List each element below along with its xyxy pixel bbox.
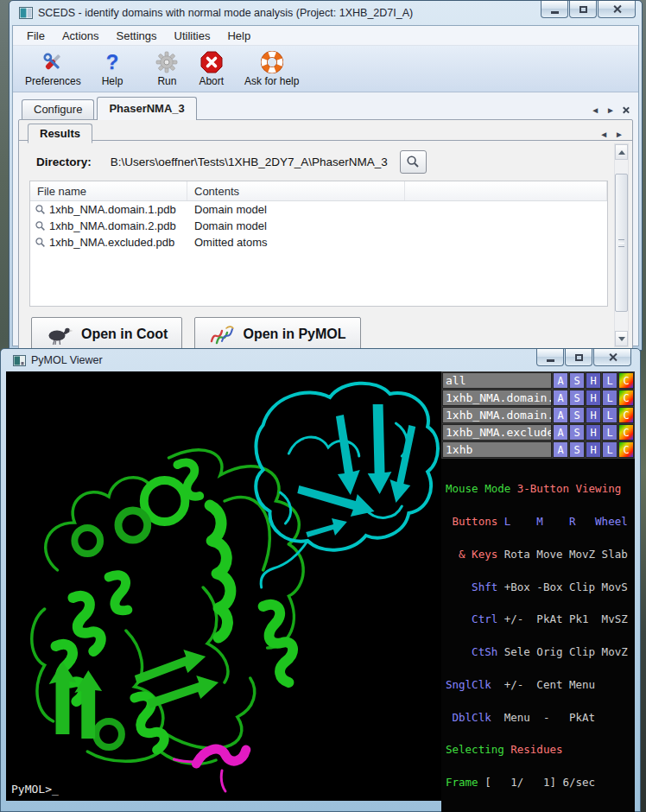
close-button[interactable] <box>593 349 631 366</box>
show-menu-button[interactable]: S <box>569 372 585 389</box>
tab-configure[interactable]: Configure <box>22 99 94 119</box>
color-menu-button[interactable]: C <box>618 441 634 458</box>
button-label: Open in PyMOL <box>243 327 345 342</box>
pymol-ribbon-icon <box>209 323 235 346</box>
hide-menu-button[interactable]: H <box>586 424 601 441</box>
object-name-button[interactable]: 1xhb_NMA.domain. <box>442 390 552 406</box>
maximize-icon <box>580 6 587 13</box>
preferences-button[interactable]: Preferences <box>20 48 86 90</box>
run-button[interactable]: Run <box>150 48 183 90</box>
object-name-button[interactable]: all <box>442 372 552 389</box>
gear-icon <box>155 50 178 74</box>
column-header-contents[interactable]: Contents <box>187 181 405 200</box>
scroll-up-button[interactable] <box>615 144 628 160</box>
menu-actions[interactable]: Actions <box>54 29 108 42</box>
app-icon <box>19 7 33 19</box>
toolbar-label: Help <box>102 75 124 87</box>
tab-results[interactable]: Results <box>28 124 92 143</box>
scroll-down-button[interactable] <box>615 331 628 346</box>
show-menu-button[interactable]: S <box>569 407 585 423</box>
tab-phasernma3[interactable]: PhaserNMA_3 <box>97 97 196 120</box>
maximize-button[interactable] <box>565 349 592 366</box>
object-name-button[interactable]: 1xhb_NMA.exclude <box>442 424 552 441</box>
mouse-matrix-line: DblClk Menu - PkAt <box>446 713 633 724</box>
tab-scroll-right-icon[interactable]: ► <box>606 105 615 115</box>
object-row: 1xhb_NMA.exclude ASHLC <box>442 424 634 441</box>
action-menu-button[interactable]: A <box>553 441 568 458</box>
object-name-button[interactable]: 1xhb_NMA.domain. <box>442 407 552 423</box>
help-button[interactable]: ? Help <box>97 48 129 90</box>
minimize-button[interactable] <box>541 1 568 18</box>
object-list: all ASHLC 1xhb_NMA.domain. ASHLC 1xhb_NM… <box>441 371 635 459</box>
color-menu-button[interactable]: C <box>618 424 634 441</box>
color-menu-button[interactable]: C <box>618 390 634 406</box>
directory-label: Directory: <box>36 155 92 168</box>
color-menu-button[interactable]: C <box>618 372 634 389</box>
action-menu-button[interactable]: A <box>553 372 568 389</box>
label-menu-button[interactable]: L <box>602 424 618 441</box>
label-menu-button[interactable]: L <box>602 372 618 389</box>
pymol-titlebar[interactable]: PyMOL Viewer <box>6 349 635 371</box>
button-label: Open in Coot <box>81 327 168 342</box>
menu-settings[interactable]: Settings <box>108 29 166 42</box>
mouse-mode-line[interactable]: Mouse Mode 3-Button Viewing <box>446 484 633 495</box>
label-menu-button[interactable]: L <box>602 407 618 423</box>
tab-close-icon[interactable] <box>622 106 630 114</box>
preview-icon <box>35 204 46 215</box>
pymol-client: PyMOL>_ all ASHLC 1xhb_NMA.domain. ASHLC… <box>6 371 635 801</box>
pymol-viewport[interactable]: PyMOL>_ <box>6 371 441 801</box>
hide-menu-button[interactable]: H <box>586 390 601 406</box>
sceds-titlebar[interactable]: SCEDS - identify domains with normal mod… <box>12 1 639 25</box>
preview-icon <box>35 220 46 232</box>
file-contents: Omitted atoms <box>187 236 405 249</box>
maximize-button[interactable] <box>569 1 597 18</box>
command-prompt[interactable]: PyMOL>_ <box>11 783 59 796</box>
selecting-mode-line[interactable]: Selecting Residues <box>446 745 633 756</box>
show-menu-button[interactable]: S <box>569 390 585 406</box>
scrollbar[interactable] <box>614 143 629 347</box>
mouse-mode-panel: Mouse Mode 3-Button Viewing Buttons L M … <box>441 459 635 812</box>
protein-structure <box>6 371 441 801</box>
scrollbar-thumb[interactable] <box>615 174 628 312</box>
label-menu-button[interactable]: L <box>602 441 618 458</box>
table-row[interactable]: 1xhb_NMA.excluded.pdb Omitted atoms <box>30 234 607 251</box>
toolbar-label: Run <box>157 75 176 87</box>
show-menu-button[interactable]: S <box>569 424 585 441</box>
show-menu-button[interactable]: S <box>569 441 585 458</box>
sceds-window: SCEDS - identify domains with normal mod… <box>9 0 643 351</box>
label-menu-button[interactable]: L <box>602 390 618 406</box>
window-title: SCEDS - identify domains with normal mod… <box>38 7 413 19</box>
object-name-button[interactable]: 1xhb <box>442 441 552 458</box>
hide-menu-button[interactable]: H <box>586 372 601 389</box>
subtab-scroll-left-icon[interactable]: ◄ <box>599 130 608 139</box>
color-menu-button[interactable]: C <box>618 407 634 423</box>
close-button[interactable] <box>598 1 636 18</box>
minimize-button[interactable] <box>536 349 564 366</box>
close-icon <box>612 4 622 14</box>
tab-scroll-left-icon[interactable]: ◄ <box>591 105 599 115</box>
action-menu-button[interactable]: A <box>553 407 568 423</box>
hide-menu-button[interactable]: H <box>586 441 601 458</box>
table-row[interactable]: 1xhb_NMA.domain.1.pdb Domain model <box>30 201 607 218</box>
ask-for-help-button[interactable]: Ask for help <box>239 48 304 90</box>
open-in-pymol-button[interactable]: Open in PyMOL <box>194 317 360 352</box>
abort-button[interactable]: Abort <box>193 48 229 90</box>
mouse-matrix-line: Shft +Box -Box Clip MovS <box>446 582 633 593</box>
mouse-matrix-line: SnglClk +/- Cent Menu <box>446 680 633 691</box>
table-row[interactable]: 1xhb_NMA.domain.2.pdb Domain model <box>30 218 607 234</box>
hide-menu-button[interactable]: H <box>586 407 601 423</box>
open-in-coot-button[interactable]: Open in Coot <box>31 317 182 352</box>
column-header-filename[interactable]: File name <box>30 181 187 200</box>
action-menu-button[interactable]: A <box>553 390 568 406</box>
action-menu-button[interactable]: A <box>553 424 568 441</box>
menu-help[interactable]: Help <box>218 29 259 42</box>
menu-file[interactable]: File <box>18 29 54 42</box>
toolbar-label: Abort <box>199 75 224 87</box>
browse-button[interactable] <box>400 150 427 174</box>
scrollbar-track[interactable] <box>615 160 628 331</box>
menu-utilities[interactable]: Utilities <box>166 29 219 42</box>
file-contents: Domain model <box>187 219 405 232</box>
results-content: Directory: B:\Users\oeffner\Tests\1XHB_2… <box>19 140 632 350</box>
file-contents: Domain model <box>187 203 405 216</box>
subtab-scroll-right-icon[interactable]: ► <box>615 130 624 139</box>
